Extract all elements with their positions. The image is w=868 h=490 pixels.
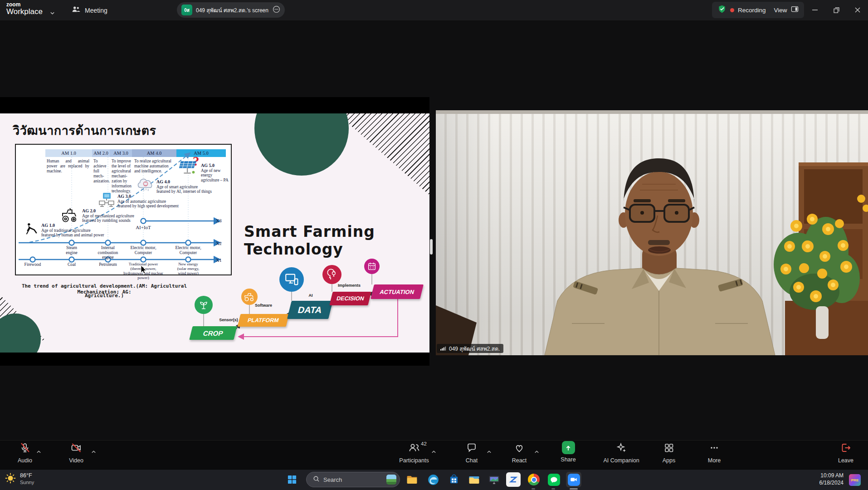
meeting-status-group: Recording View — [712, 2, 804, 18]
video-scene — [436, 110, 868, 355]
video-caret-icon[interactable] — [91, 447, 96, 456]
brand-workplace: Workplace — [6, 8, 43, 16]
clock-date: 6/18/2024 — [808, 480, 844, 487]
more-button[interactable]: More — [687, 442, 741, 464]
apps-label: Apps — [663, 457, 676, 464]
audio-caret-icon[interactable] — [36, 447, 41, 456]
restore-button[interactable] — [829, 3, 843, 17]
decision-label: DECISION — [336, 295, 365, 302]
ai-companion-button[interactable]: AI Companion — [594, 442, 649, 464]
clock-time: 10:09 AM — [808, 472, 844, 480]
leave-meeting-icon — [840, 442, 851, 455]
sparkle-icon — [616, 442, 627, 455]
camera-off-icon — [71, 442, 82, 455]
ag4-desc: Age of smart agriculture featured by AI,… — [156, 185, 231, 194]
recording-label[interactable]: Recording — [738, 7, 766, 14]
flow-node-platform: PLATFORM — [238, 314, 289, 327]
shared-screen-pane: วิวัฒนาการด้านการเกษตร AM 1.0 AM 2.0 AM … — [0, 97, 429, 366]
participants-count: 42 — [421, 441, 427, 446]
apps-grid-icon — [663, 442, 674, 455]
zoom-workplace-window: zoom Workplace Meeting 0ส 049 สุพัฒน์ ศส… — [0, 0, 868, 490]
taskbar-chrome-icon[interactable] — [526, 472, 541, 487]
ag2-title: AG 2.0 — [82, 208, 96, 213]
green-circle-decor-top — [254, 113, 349, 176]
taskbar-file-explorer-icon[interactable] — [466, 472, 482, 487]
audio-label: Audio — [18, 457, 32, 464]
chat-caret-icon[interactable] — [487, 447, 492, 456]
edge-sensors: Sensor(s) — [215, 318, 242, 322]
sun-icon — [5, 472, 16, 486]
more-options-icon[interactable] — [273, 5, 280, 15]
edge-ai: AI — [304, 293, 317, 298]
leave-button[interactable]: Leave — [819, 442, 868, 464]
ag3-desc: Age of automatic agriculture featured by… — [117, 199, 192, 209]
taskbar-clock[interactable]: 10:09 AM 6/18/2024 — [808, 472, 844, 486]
tray-app-icon[interactable]: PRE — [849, 474, 861, 486]
more-label: More — [708, 457, 721, 464]
taskbar-folder-icon[interactable] — [404, 472, 419, 487]
taskbar-search[interactable]: Search — [306, 472, 400, 487]
participant-video-tile[interactable]: 049 สุพัฒน์ ศสพ2.สด. — [436, 110, 868, 355]
x3-label: AI+IoT — [127, 225, 159, 230]
taskbar-z-app-icon[interactable] — [506, 472, 521, 487]
more-ellipsis-icon — [709, 442, 720, 455]
start-button[interactable] — [284, 472, 300, 487]
pane-divider-handle[interactable] — [430, 239, 433, 255]
actuation-label: ACTUATION — [379, 289, 415, 295]
flow-node-data: DATA — [287, 301, 333, 319]
mouse-cursor — [141, 265, 147, 276]
minimize-button[interactable] — [808, 3, 822, 17]
participants-caret-icon[interactable] — [431, 447, 436, 456]
ag1-title: AG 1.0 — [41, 223, 55, 228]
ag5-title: AG 5.0 — [201, 163, 215, 168]
view-layout-icon[interactable] — [791, 6, 799, 15]
x2-item-electric2: Electric motor, Computer — [166, 245, 210, 255]
chevron-down-icon[interactable] — [50, 9, 55, 17]
audio-button[interactable]: Audio — [0, 442, 52, 464]
shared-screen-pill[interactable]: 0ส 049 สุพัฒน์ ศสพ2.สด.'s screen — [177, 2, 285, 18]
chart-caption-line2: Agriculture.) — [14, 293, 195, 299]
x2-axis-label: X2 — [216, 241, 222, 246]
flow-node-crop: CROP — [189, 326, 237, 340]
x3-axis-label: X3 — [216, 218, 222, 223]
weather-desc: Sunny — [20, 480, 34, 486]
x2-item-electric1: Electric motor, Computer — [122, 245, 165, 255]
smart-farming-title: Smart Farming Technology — [244, 223, 428, 258]
taskbar-line-icon[interactable] — [546, 472, 561, 487]
security-shield-icon[interactable] — [717, 5, 727, 15]
x1-item-newenergy: New energy (solar energy, wind power) — [168, 262, 209, 276]
react-caret-icon[interactable] — [534, 447, 539, 456]
decision-idea-icon — [322, 265, 341, 284]
participants-icon — [408, 442, 420, 455]
x1-item-firewood: Firewood — [17, 262, 49, 267]
data-label: DATA — [297, 305, 323, 315]
weather-temp: 86°F — [20, 472, 34, 480]
presentation-slide: วิวัฒนาการด้านการเกษตร AM 1.0 AM 2.0 AM … — [0, 113, 429, 353]
tab-meeting[interactable]: Meeting — [72, 5, 107, 15]
agriculture-evolution-chart: AM 1.0 AM 2.0 AM 3.0 AM 4.0 AM 5.0 Human… — [15, 144, 232, 275]
taskbar-zoom-icon[interactable] — [566, 472, 581, 487]
close-button[interactable] — [851, 3, 864, 17]
share-button[interactable]: Share — [541, 441, 595, 463]
slide-title: วิวัฒนาการด้านการเกษตร — [13, 121, 156, 140]
tray-badge: PRE — [851, 478, 858, 482]
signal-bars-icon — [440, 344, 446, 353]
ag2-desc: Age of mechanized agriculture featured b… — [82, 214, 150, 223]
share-avatar: 0ส — [181, 5, 192, 15]
leave-label: Leave — [838, 457, 853, 464]
platform-label: PLATFORM — [247, 317, 279, 323]
view-button[interactable]: View — [774, 7, 787, 14]
ai-companion-label: AI Companion — [603, 457, 639, 464]
recording-dot-icon — [730, 8, 734, 12]
taskbar-edge-icon[interactable] — [425, 472, 441, 487]
taskbar-monitor-app-icon[interactable] — [486, 472, 502, 487]
search-daily-image[interactable] — [386, 475, 396, 485]
brand-zoom: zoom — [6, 2, 43, 8]
solar-panel-icon — [177, 160, 198, 177]
zoom-workplace-logo: zoom Workplace — [6, 2, 43, 15]
actuation-calendar-icon — [364, 259, 380, 274]
taskbar-store-icon[interactable] — [446, 472, 462, 487]
participant-name-badge: 049 สุพัฒน์ ศสพ2.สด. — [437, 344, 503, 353]
flow-node-actuation: ACTUATION — [371, 284, 424, 299]
weather-widget[interactable]: 86°F Sunny — [5, 472, 34, 486]
